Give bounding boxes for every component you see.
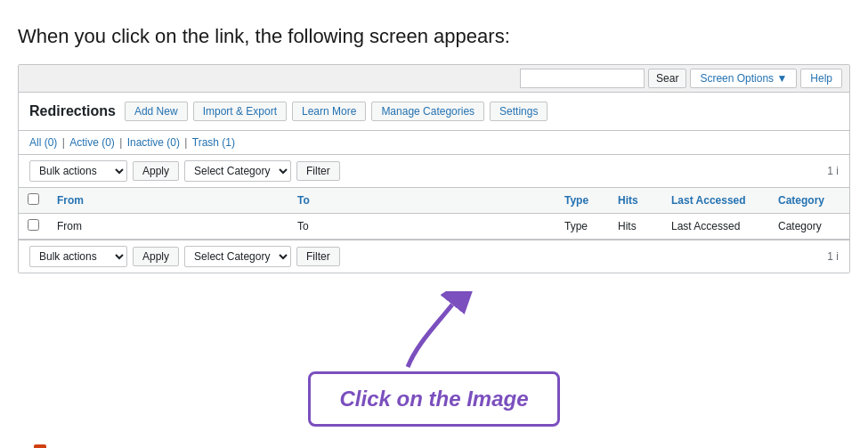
import-export-button[interactable]: Import & Export (193, 102, 287, 121)
filter-links: All (0) | Active (0) | Inactive (0) | Tr… (19, 131, 849, 155)
bottom-toolbar: Bulk actions Apply Select Category Filte… (19, 240, 849, 273)
help-button[interactable]: Help (800, 69, 842, 88)
bottom-branding: Marj3y.com Marj3y.com (0, 436, 868, 448)
screen-options-button[interactable]: Screen Options ▼ (690, 69, 797, 88)
bulk-actions-select-top[interactable]: Bulk actions (29, 160, 127, 182)
select-category-bottom[interactable]: Select Category (184, 246, 291, 267)
wp-panel: Sear Screen Options ▼ Help Redirections … (18, 64, 850, 273)
row-to: To (288, 214, 556, 240)
apply-button-bottom[interactable]: Apply (133, 247, 179, 266)
row-last-accessed: Last Accessed (662, 214, 769, 240)
panel-header: Redirections Add New Import & Export Lea… (19, 93, 849, 131)
row-category: Category (769, 214, 849, 240)
brand-logo-icon (18, 443, 61, 448)
svg-rect-2 (34, 444, 46, 448)
add-new-button[interactable]: Add New (125, 102, 188, 121)
row-type: Type (556, 214, 609, 240)
redirections-table: From To Type Hits Last Accessed Category… (19, 188, 849, 240)
table-row: From To Type Hits Last Accessed Category (19, 214, 849, 240)
filter-active[interactable]: Active (0) (69, 136, 115, 149)
top-count: 1 i (827, 165, 839, 177)
page-wrapper: When you click on the link, the followin… (0, 0, 868, 448)
settings-button[interactable]: Settings (490, 102, 548, 121)
col-hits-header[interactable]: Hits (609, 188, 662, 214)
search-input[interactable] (520, 69, 645, 88)
click-box[interactable]: Click on the Image (308, 371, 559, 427)
arrow-icon (381, 291, 488, 380)
row-checkbox-cell (19, 214, 48, 240)
apply-button-top[interactable]: Apply (133, 161, 179, 181)
page-heading: When you click on the link, the followin… (0, 0, 868, 64)
arrow-wrap (0, 291, 868, 380)
top-bar-right: Screen Options ▼ Help (690, 69, 842, 88)
col-checkbox-header (19, 188, 48, 214)
table-header-row: From To Type Hits Last Accessed Category (19, 188, 849, 214)
search-wrap: Sear (520, 69, 686, 88)
overlay-section: Click on the Image (0, 291, 868, 427)
bottom-count: 1 i (827, 250, 839, 263)
filter-trash[interactable]: Trash (1) (192, 136, 235, 149)
row-hits: Hits (609, 214, 662, 240)
search-button[interactable]: Sear (648, 69, 686, 88)
col-last-header[interactable]: Last Accessed (662, 188, 769, 214)
col-to-header[interactable]: To (288, 188, 556, 214)
filter-inactive[interactable]: Inactive (0) (127, 136, 180, 149)
filter-button-bottom[interactable]: Filter (296, 247, 340, 266)
col-type-header[interactable]: Type (556, 188, 609, 214)
col-category-header[interactable]: Category (769, 188, 849, 214)
top-bar: Sear Screen Options ▼ Help (19, 65, 849, 93)
click-box-label: Click on the Image (339, 387, 528, 411)
select-category-top[interactable]: Select Category (184, 160, 291, 182)
filter-button-top[interactable]: Filter (296, 161, 340, 181)
bulk-actions-select-bottom[interactable]: Bulk actions (29, 246, 127, 267)
learn-more-button[interactable]: Learn More (292, 102, 366, 121)
panel-title: Redirections (29, 103, 116, 119)
col-from-header[interactable]: From (48, 188, 288, 214)
top-toolbar: Bulk actions Apply Select Category Filte… (19, 155, 849, 188)
row-checkbox[interactable] (28, 219, 39, 231)
select-all-checkbox[interactable] (28, 193, 39, 205)
brand-left: Marj3y.com (18, 443, 116, 448)
filter-all[interactable]: All (0) (29, 136, 57, 149)
manage-categories-button[interactable]: Manage Categories (371, 102, 484, 121)
table-wrapper: From To Type Hits Last Accessed Category… (19, 188, 849, 240)
row-from: From (48, 214, 288, 240)
